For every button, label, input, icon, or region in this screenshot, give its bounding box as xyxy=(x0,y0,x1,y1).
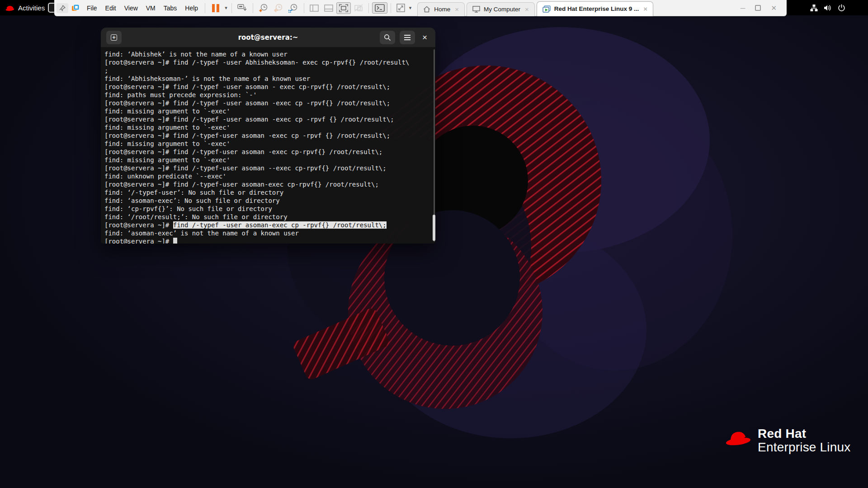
desktop: Activities xyxy=(0,0,868,488)
console-icon xyxy=(375,4,385,12)
terminal-output[interactable]: find: ‘Abhishek’ is not the name of a kn… xyxy=(101,47,435,244)
terminal-line: find: missing argument to `-exec' xyxy=(104,156,435,164)
unity-mode-button[interactable] xyxy=(352,3,365,13)
tab-label: My Computer xyxy=(484,6,520,13)
terminal-close-button[interactable]: × xyxy=(420,33,430,42)
toolbar-separator xyxy=(368,3,369,13)
terminal-cursor xyxy=(173,238,177,244)
terminal-line: [root@servera ~]# find /-typef -user aso… xyxy=(104,83,435,91)
menu-file[interactable]: File xyxy=(83,3,101,14)
brand-product: Enterprise Linux xyxy=(758,441,851,454)
pause-icon xyxy=(211,3,221,13)
terminal-line: find: paths must precede expression: `-' xyxy=(104,91,435,99)
send-ctrl-alt-del-button[interactable] xyxy=(235,3,250,14)
terminal-line: [root@servera ~]# find /-typef-user asom… xyxy=(104,180,435,188)
terminal-line: find: ‘Abhisheksoman-’ is not the name o… xyxy=(104,75,435,83)
selected-command-text: find /-typef -user asoman-exec cp -rpvf{… xyxy=(173,221,387,229)
terminal-line: find: unknown predicate `--exec' xyxy=(104,172,435,180)
brand-name: Red Hat xyxy=(758,427,851,441)
tab-close-icon[interactable]: × xyxy=(524,5,530,13)
window-controls: ─ ✕ xyxy=(741,5,783,11)
show-library-button[interactable] xyxy=(307,3,321,13)
fit-guest-button[interactable] xyxy=(394,2,407,14)
volume-icon xyxy=(824,4,832,12)
redhat-fedora-icon xyxy=(5,5,14,11)
terminal-line: [root@servera ~]# xyxy=(104,237,435,244)
toolbar-separator xyxy=(253,3,253,13)
terminal-search-button[interactable] xyxy=(380,31,395,44)
manage-snapshots-button[interactable] xyxy=(286,2,301,14)
menu-tabs[interactable]: Tabs xyxy=(160,3,181,14)
tab-rhel9-vm[interactable]: Red Hat Enterprise Linux 9 ... × xyxy=(537,1,653,16)
suspend-vm-button[interactable] xyxy=(208,2,223,14)
network-icon xyxy=(810,4,818,12)
activities-label: Activities xyxy=(18,4,45,12)
terminal-line: find: ‘/-typef-user’: No such file or di… xyxy=(104,188,435,197)
chevron-down-icon[interactable]: ▾ xyxy=(408,5,413,11)
terminal-menu-button[interactable] xyxy=(400,31,415,44)
terminal-line: find: ‘asoman-exec’ is not the name of a… xyxy=(104,229,435,237)
tab-close-icon[interactable]: × xyxy=(454,5,460,13)
snapshot-revert-icon xyxy=(274,4,283,13)
terminal-line: find: ‘cp-rpvf{}’: No such file or direc… xyxy=(104,205,435,213)
window-close-button[interactable]: ✕ xyxy=(771,5,777,11)
terminal-line: [root@servera ~]# find /-typef-user asom… xyxy=(104,131,435,140)
hamburger-icon xyxy=(404,35,410,40)
menu-edit[interactable]: Edit xyxy=(101,3,120,14)
terminal-scrollbar-track xyxy=(434,49,435,242)
terminal-line: [root@servera ~]# find /-typef -user Abh… xyxy=(104,58,435,66)
terminal-titlebar[interactable]: root@servera:~ + × xyxy=(101,28,435,47)
chevron-down-icon[interactable]: ▾ xyxy=(223,5,229,11)
terminal-line: [root@servera ~]# find /-typef-user asom… xyxy=(104,148,435,156)
tab-home[interactable]: Home × xyxy=(417,2,465,16)
resize-expand-icon xyxy=(396,4,405,12)
terminal-line: find: ‘/root/result;’: No such file or d… xyxy=(104,213,435,221)
tab-label: Home xyxy=(434,6,450,13)
terminal-line: [root@servera ~]# find /-typef -user aso… xyxy=(104,221,435,229)
minimize-button[interactable]: ─ xyxy=(741,5,745,11)
home-icon xyxy=(423,6,430,13)
vm-running-icon xyxy=(542,5,551,13)
tab-my-computer[interactable]: My Computer × xyxy=(467,2,535,16)
tab-label: Red Hat Enterprise Linux 9 ... xyxy=(554,5,639,12)
fullscreen-button[interactable] xyxy=(336,2,351,14)
menu-vm[interactable]: VM xyxy=(142,3,160,14)
redhat-hat-icon xyxy=(725,427,751,448)
fullscreen-icon xyxy=(339,4,348,12)
terminal-line: find: missing argument to `-exec' xyxy=(104,140,435,148)
vm-tab-strip: Home × My Computer × Red Hat Enterpris xyxy=(417,0,655,16)
vmware-logo-icon xyxy=(69,2,82,14)
menu-view[interactable]: View xyxy=(120,3,142,14)
toolbar-separator xyxy=(231,3,232,13)
terminal-line: find: missing argument to `-exec' xyxy=(104,107,435,115)
terminal-window[interactable]: root@servera:~ + × find: ‘Abhishe xyxy=(101,28,435,244)
snapshot-add-icon xyxy=(259,4,268,13)
system-tray[interactable] xyxy=(810,0,845,15)
toolbar-pin-button[interactable] xyxy=(57,3,68,13)
restore-button[interactable] xyxy=(755,5,761,11)
toolbar-separator xyxy=(205,3,205,13)
power-icon xyxy=(838,4,845,12)
snapshot-manage-icon xyxy=(288,4,298,13)
new-tab-icon: + xyxy=(111,34,117,41)
terminal-scrollbar-thumb[interactable] xyxy=(433,215,435,241)
unity-mode-icon xyxy=(354,4,363,12)
revert-snapshot-button[interactable] xyxy=(271,2,285,14)
terminal-line: [root@servera ~]# find /-typef-user asom… xyxy=(104,164,435,172)
terminal-line: [root@servera ~]# find /-typef -user aso… xyxy=(104,99,435,107)
pin-icon xyxy=(59,5,66,12)
new-tab-button[interactable]: + xyxy=(106,31,122,44)
toolbar-separator xyxy=(304,3,304,13)
tab-close-icon[interactable]: × xyxy=(642,5,648,13)
console-view-button[interactable] xyxy=(372,2,387,14)
monitor-icon xyxy=(472,6,480,13)
terminal-line: find: ‘asoman-exec’: No such file or dir… xyxy=(104,197,435,205)
show-thumbnail-bar-button[interactable] xyxy=(322,3,335,13)
terminal-line: find: ‘Abhishek’ is not the name of a kn… xyxy=(104,50,435,58)
activities-button[interactable]: Activities xyxy=(5,0,45,15)
ctrl-alt-del-icon xyxy=(237,4,247,12)
menu-help[interactable]: Help xyxy=(181,3,202,14)
toolbar-separator xyxy=(391,3,391,13)
terminal-line: ; xyxy=(104,66,435,75)
take-snapshot-button[interactable] xyxy=(256,2,270,14)
